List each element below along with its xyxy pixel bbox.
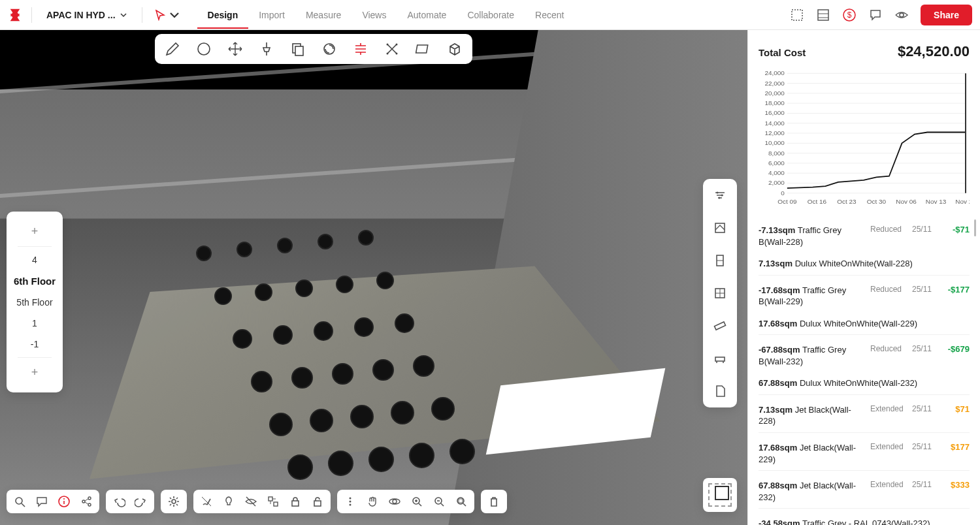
zoom-out-icon[interactable] <box>433 495 446 508</box>
orbit-icon[interactable] <box>388 495 401 508</box>
group-icon[interactable] <box>267 495 280 508</box>
cost-row[interactable]: 67.88sqm Jet Black(Wall-232)Extended25/1… <box>759 470 970 508</box>
filter-icon[interactable] <box>713 188 727 202</box>
cost-amount: $71 <box>939 404 970 427</box>
floor-item[interactable]: 4 <box>14 249 56 270</box>
cost-row[interactable]: -7.13sqm Traffic Grey B(Wall-228)Reduced… <box>759 219 970 253</box>
sync-icon[interactable] <box>321 40 338 57</box>
svg-point-13 <box>387 53 389 55</box>
cost-row[interactable]: 17.68sqm Jet Black(Wall-229)Extended25/1… <box>759 432 970 470</box>
floor-add-bottom[interactable]: + <box>7 360 63 385</box>
project-selector[interactable]: APAC IN HYD ... <box>41 7 133 23</box>
cursor-tool[interactable] <box>152 7 183 24</box>
cost-row[interactable]: -67.88sqm Traffic Grey B(Wall-232)Reduce… <box>759 334 970 372</box>
hand-icon[interactable] <box>366 495 379 508</box>
info-icon[interactable] <box>57 495 71 508</box>
svg-text:18,000: 18,000 <box>764 99 785 106</box>
svg-text:24,000: 24,000 <box>764 69 785 76</box>
floor-add-top[interactable]: + <box>7 219 63 244</box>
panel-title: Total Cost <box>759 47 806 58</box>
tab-recent[interactable]: Recent <box>525 2 574 28</box>
eye-off-icon[interactable] <box>244 495 257 508</box>
floor-item[interactable]: 6th Floor <box>14 270 56 292</box>
surface-icon[interactable] <box>415 40 432 57</box>
cost-date: 25/11 <box>912 404 934 427</box>
copy-icon[interactable] <box>289 40 306 57</box>
move-icon[interactable] <box>227 40 244 57</box>
cost-date: 25/11 <box>912 480 934 503</box>
tab-import[interactable]: Import <box>248 2 295 28</box>
floor-item[interactable]: 5th Floor <box>14 292 56 313</box>
cost-row[interactable]: 7.13sqm Dulux WhiteOnWhite(Wall-228) <box>759 253 970 275</box>
comment-icon[interactable] <box>868 8 883 22</box>
cost-status: Extended <box>870 442 907 465</box>
svg-line-59 <box>441 503 444 506</box>
lock-icon[interactable] <box>289 495 302 508</box>
divider <box>142 7 142 23</box>
spreadsheet-icon[interactable] <box>816 8 830 22</box>
scrollbar[interactable] <box>974 219 976 236</box>
mini-view-toggle[interactable] <box>703 478 737 512</box>
zoom-fit-icon[interactable] <box>455 495 468 508</box>
brush-off-icon[interactable] <box>200 495 213 508</box>
svg-point-18 <box>719 197 721 199</box>
align-icon[interactable] <box>352 40 369 57</box>
viewport-3d[interactable]: + 46th Floor5th Floor1-1 + <box>0 30 747 525</box>
sheet-icon[interactable] <box>790 8 804 22</box>
svg-rect-62 <box>459 499 463 503</box>
cost-icon[interactable]: $ <box>842 8 857 22</box>
zoom-in-icon[interactable] <box>410 495 423 508</box>
door-icon[interactable] <box>713 253 727 268</box>
tab-automate[interactable]: Automate <box>397 2 457 28</box>
chair <box>310 409 333 432</box>
bulb-icon[interactable] <box>222 495 235 508</box>
grid-icon[interactable] <box>713 221 727 235</box>
share-node-icon[interactable] <box>80 495 93 508</box>
chair <box>376 272 394 289</box>
cost-desc: 17.68sqm Dulux WhiteOnWhite(Wall-229) <box>759 318 970 330</box>
tab-measure[interactable]: Measure <box>295 2 351 28</box>
cost-row[interactable]: 7.13sqm Jet Black(Wall-228)Extended25/11… <box>759 394 970 432</box>
chat-icon[interactable] <box>35 495 48 508</box>
cube-icon[interactable] <box>446 40 463 57</box>
app-logo[interactable] <box>8 8 22 22</box>
tab-views[interactable]: Views <box>351 2 397 28</box>
chair <box>431 397 455 421</box>
chair <box>237 242 252 257</box>
cost-chart[interactable]: 02,0004,0006,0008,00010,00012,00014,0001… <box>759 69 970 206</box>
chair <box>332 363 353 385</box>
svg-text:16,000: 16,000 <box>764 109 785 116</box>
cost-row[interactable]: 17.68sqm Dulux WhiteOnWhite(Wall-229) <box>759 313 970 335</box>
circle-icon[interactable] <box>195 40 212 57</box>
cost-row[interactable]: -17.68sqm Traffic Grey B(Wall-229)Reduce… <box>759 275 970 313</box>
pushpin-icon[interactable] <box>258 40 275 57</box>
share-button[interactable]: Share <box>921 5 972 25</box>
split-icon[interactable] <box>384 40 400 57</box>
floor-item[interactable]: -1 <box>14 334 56 355</box>
tab-collaborate[interactable]: Collaborate <box>457 2 525 28</box>
more-icon[interactable] <box>344 495 357 508</box>
undo-icon[interactable] <box>112 495 125 508</box>
cost-row[interactable]: -34.58sqm Traffic Grey - RAL 0743(Wall-2… <box>759 508 970 525</box>
svg-text:8,000: 8,000 <box>768 150 785 157</box>
redo-icon[interactable] <box>135 495 148 508</box>
trash-icon[interactable] <box>487 495 500 508</box>
window-icon[interactable] <box>713 286 727 300</box>
ruler-icon[interactable] <box>713 319 727 333</box>
settings-gear-icon[interactable] <box>167 495 180 508</box>
bottom-group <box>337 490 474 513</box>
floor-item[interactable]: 1 <box>14 313 56 334</box>
chair <box>449 439 475 464</box>
svg-text:Oct 09: Oct 09 <box>777 198 797 205</box>
cost-desc: 17.68sqm Jet Black(Wall-229) <box>759 442 865 465</box>
pencil-icon[interactable] <box>164 40 181 57</box>
cost-row[interactable]: 67.88sqm Dulux WhiteOnWhite(Wall-232) <box>759 372 970 394</box>
eye-icon[interactable] <box>894 8 909 22</box>
file-icon[interactable] <box>713 384 727 398</box>
furniture-icon[interactable] <box>713 351 727 366</box>
cost-desc: -17.68sqm Traffic Grey B(Wall-229) <box>759 285 865 308</box>
svg-rect-46 <box>292 501 299 506</box>
tab-design[interactable]: Design <box>197 2 249 28</box>
unlock-icon[interactable] <box>311 495 324 508</box>
search-icon[interactable] <box>13 495 26 508</box>
